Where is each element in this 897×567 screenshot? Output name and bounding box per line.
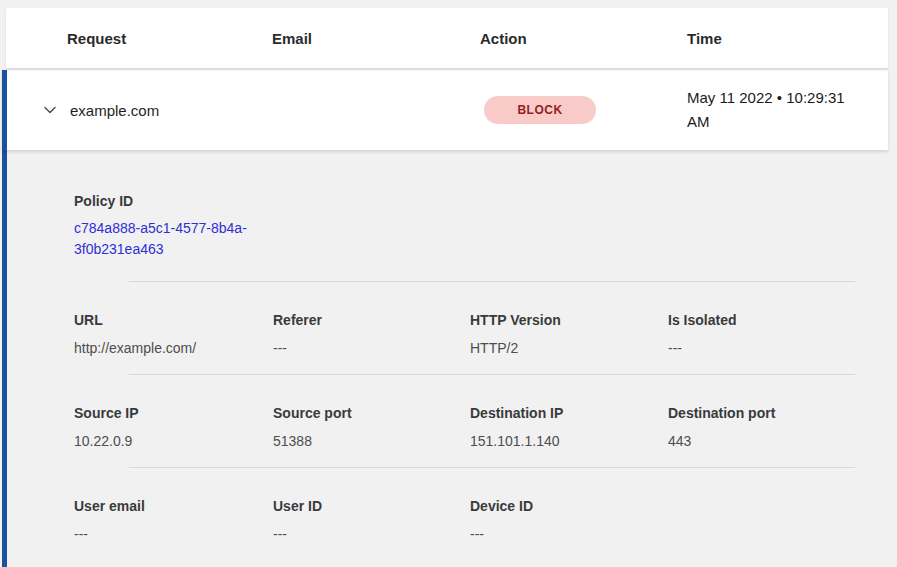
- log-table-header: Request Email Action Time: [6, 8, 888, 68]
- action-block-badge: BLOCK: [484, 96, 596, 124]
- detail-label-destination-port: Destination port: [668, 405, 876, 421]
- column-header-email: Email: [272, 30, 480, 47]
- column-header-time: Time: [687, 30, 888, 47]
- detail-value-source-port: 51388: [273, 431, 458, 451]
- time-cell: May 11 2022 • 10:29:31 AM: [687, 86, 867, 134]
- detail-label-url: URL: [74, 312, 261, 328]
- detail-label-user-id: User ID: [273, 498, 458, 514]
- detail-value-device-id: ---: [470, 524, 656, 544]
- detail-value-http-version: HTTP/2: [470, 338, 656, 358]
- detail-value-user-id: ---: [273, 524, 458, 544]
- expand-collapse-toggle[interactable]: [42, 102, 70, 118]
- detail-label-source-ip: Source IP: [74, 405, 261, 421]
- column-header-request: Request: [67, 30, 272, 47]
- detail-value-referer: ---: [273, 338, 458, 358]
- request-cell: example.com: [70, 102, 272, 119]
- network-detail-group: Source IP 10.22.0.9 Source port 51388 De…: [74, 375, 876, 467]
- column-header-action: Action: [480, 30, 687, 47]
- action-cell: BLOCK: [480, 96, 687, 124]
- detail-value-source-ip: 10.22.0.9: [74, 431, 261, 451]
- log-detail-panel: Policy ID c784a888-a5c1-4577-8b4a-3f0b23…: [2, 150, 897, 567]
- detail-label-source-port: Source port: [273, 405, 458, 421]
- policy-id-link[interactable]: c784a888-a5c1-4577-8b4a-3f0b231ea463: [74, 218, 279, 260]
- policy-id-group: Policy ID c784a888-a5c1-4577-8b4a-3f0b23…: [74, 150, 876, 281]
- detail-label-http-version: HTTP Version: [470, 312, 656, 328]
- detail-label-destination-ip: Destination IP: [470, 405, 656, 421]
- detail-value-destination-ip: 151.101.1.140: [470, 431, 656, 451]
- detail-value-user-email: ---: [74, 524, 261, 544]
- detail-label-is-isolated: Is Isolated: [668, 312, 876, 328]
- http-detail-group: URL http://example.com/ Referer --- HTTP…: [74, 282, 876, 374]
- detail-value-url: http://example.com/: [74, 338, 261, 358]
- detail-label-user-email: User email: [74, 498, 261, 514]
- user-detail-group: User email --- User ID --- Device ID ---: [74, 468, 876, 560]
- detail-label-device-id: Device ID: [470, 498, 656, 514]
- detail-value-is-isolated: ---: [668, 338, 876, 358]
- chevron-down-icon: [42, 102, 58, 118]
- detail-label-policy-id: Policy ID: [74, 193, 876, 209]
- log-row-example-com[interactable]: example.com BLOCK May 11 2022 • 10:29:31…: [2, 70, 888, 150]
- detail-label-referer: Referer: [273, 312, 458, 328]
- detail-value-destination-port: 443: [668, 431, 876, 451]
